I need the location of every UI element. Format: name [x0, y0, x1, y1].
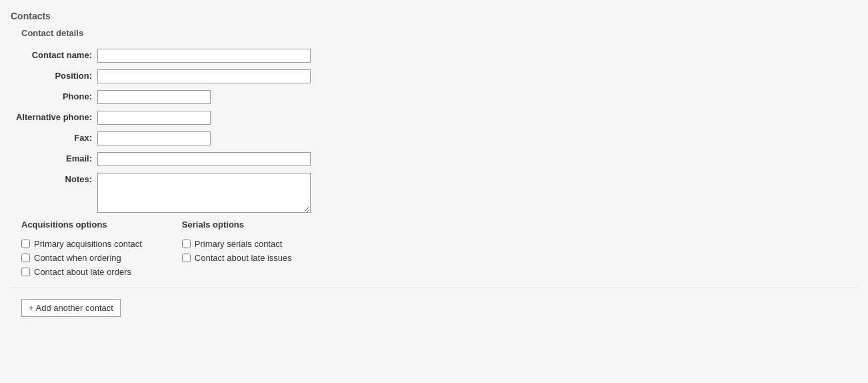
contact-name-label: Contact name: — [11, 50, 97, 61]
fax-label: Fax: — [11, 133, 97, 144]
page-container: Contacts Contact details Contact name: P… — [0, 0, 868, 383]
page-title: Contacts — [11, 11, 857, 21]
contact-late-orders-label: Contact about late orders — [34, 267, 131, 277]
contact-late-issues-row: Contact about late issues — [182, 253, 292, 263]
contact-name-row: Contact name: — [11, 49, 857, 63]
phone-label: Phone: — [11, 91, 97, 103]
contact-when-ordering-label: Contact when ordering — [34, 253, 121, 263]
primary-acquisitions-label: Primary acquisitions contact — [34, 239, 142, 249]
add-another-contact-button[interactable]: + Add another contact — [21, 299, 121, 317]
contact-late-orders-row: Contact about late orders — [21, 267, 142, 277]
alt-phone-label: Alternative phone: — [11, 112, 97, 123]
notes-textarea[interactable] — [97, 173, 311, 213]
primary-serials-checkbox[interactable] — [182, 240, 191, 248]
primary-serials-row: Primary serials contact — [182, 239, 292, 249]
position-label: Position: — [11, 71, 97, 82]
contact-name-input[interactable] — [97, 49, 311, 63]
primary-serials-label: Primary serials contact — [195, 239, 282, 249]
contact-late-issues-label: Contact about late issues — [195, 253, 292, 263]
contact-details-subtitle: Contact details — [21, 28, 857, 38]
divider — [11, 288, 857, 288]
acquisitions-options-title: Acquisitions options — [21, 220, 142, 230]
contact-late-issues-checkbox[interactable] — [182, 254, 191, 262]
options-area: Acquisitions options Primary acquisition… — [11, 220, 857, 277]
contact-when-ordering-row: Contact when ordering — [21, 253, 142, 263]
primary-acquisitions-checkbox[interactable] — [21, 240, 30, 248]
position-row: Position: — [11, 69, 857, 83]
email-input[interactable] — [97, 152, 311, 166]
serials-options-group: Serials options Primary serials contact … — [182, 220, 292, 277]
fax-row: Fax: — [11, 131, 857, 145]
phone-row: Phone: — [11, 90, 857, 104]
alt-phone-row: Alternative phone: — [11, 111, 857, 125]
primary-acquisitions-row: Primary acquisitions contact — [21, 239, 142, 249]
email-label: Email: — [11, 153, 97, 165]
acquisitions-options-group: Acquisitions options Primary acquisition… — [21, 220, 142, 277]
position-input[interactable] — [97, 69, 311, 83]
alt-phone-input[interactable] — [97, 111, 211, 125]
notes-row: Notes: — [11, 173, 857, 213]
fax-input[interactable] — [97, 131, 211, 145]
contact-late-orders-checkbox[interactable] — [21, 268, 30, 276]
notes-label: Notes: — [11, 173, 97, 185]
email-row: Email: — [11, 152, 857, 166]
serials-options-title: Serials options — [182, 220, 292, 230]
contact-when-ordering-checkbox[interactable] — [21, 254, 30, 262]
phone-input[interactable] — [97, 90, 211, 104]
